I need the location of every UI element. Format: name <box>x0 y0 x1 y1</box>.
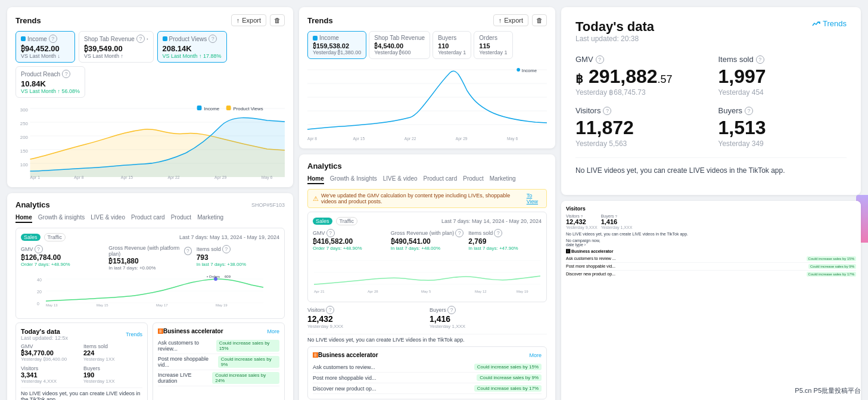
svg-text:May 19: May 19 <box>517 290 528 293</box>
metric-shop-tab[interactable]: Shop Tab Revenue ? › ₿39,549.00 VS Last … <box>79 31 154 63</box>
todays-visitors-value: 11,872 <box>575 117 704 138</box>
trends-title-middle: Trends <box>307 16 333 25</box>
nav-tab-product-middle[interactable]: Product <box>463 175 483 184</box>
buyers-mid-info[interactable]: ? <box>447 306 456 314</box>
accelerator-more-middle[interactable]: More <box>529 352 542 358</box>
items-mid-info[interactable]: ? <box>494 229 502 237</box>
income-info-icon[interactable]: ? <box>49 35 57 43</box>
delete-button-middle[interactable]: 🗑 <box>532 14 547 26</box>
alert-link-middle[interactable]: To View <box>527 193 542 204</box>
nav-tab-live-middle[interactable]: LIVE & video <box>383 175 418 184</box>
svg-text:609: 609 <box>225 275 231 278</box>
nav-tab-product-left[interactable]: Product <box>171 214 191 223</box>
todays-items-yesterday: Yesterday 454 <box>718 88 847 97</box>
metric-gross-middle: Gross Revenue (with plan)? ₿490,541.00 I… <box>391 229 464 251</box>
buyers-info-icon[interactable]: ? <box>745 107 753 115</box>
date-range-left: Last 7 days: May 13, 2024 - May 19, 2024 <box>179 234 279 240</box>
todays-data-subtitle: Last updated: 20:38 <box>575 35 654 43</box>
todays-buyers-block: Buyers ? 1,513 Yesterday 349 <box>718 106 847 148</box>
analytics-id-left: SHOP#5F103 <box>251 202 285 208</box>
metric-items-left: Items sold? 793 In last 7 days: +38.00% <box>197 245 279 271</box>
svg-text:250: 250 <box>20 121 29 126</box>
svg-text:Apr 15: Apr 15 <box>121 175 133 180</box>
trends-title-left: Trends <box>15 16 41 25</box>
svg-text:May 5: May 5 <box>421 290 431 293</box>
svg-text:Product Views: Product Views <box>234 106 263 111</box>
accel-item-1-middle: Post more shoppable vid... Could increas… <box>313 373 542 383</box>
todays-items-block: Items sold ? 1,997 Yesterday 454 <box>718 55 847 97</box>
svg-text:May 17: May 17 <box>156 303 168 307</box>
shop-tab-info-icon[interactable]: ? <box>136 35 145 43</box>
metric-income[interactable]: Income ? ₿94,452.00 VS Last Month ↓ <box>15 31 75 63</box>
gross-mid-info[interactable]: ? <box>455 229 463 237</box>
accelerator-left: 🅱 Business accelerator More Ask customer… <box>153 323 285 400</box>
live-notice-main: No LIVE videos yet, you can create LIVE … <box>575 157 847 183</box>
todays-visitors-block: Visitors ? 11,872 Yesterday 5,563 <box>575 106 704 148</box>
svg-text:0: 0 <box>37 302 39 306</box>
svg-text:Apr 28: Apr 28 <box>368 290 378 293</box>
todays-trends-link[interactable]: Trends <box>812 19 847 28</box>
items-sold-info-icon[interactable]: ? <box>756 55 764 64</box>
export-button-middle[interactable]: ↑ Export <box>493 14 528 26</box>
nav-tab-marketing-middle[interactable]: Marketing <box>490 175 516 184</box>
gmv-left-info[interactable]: ? <box>35 245 43 253</box>
analytics-nav-left: Home Growth & insights LIVE & video Prod… <box>15 214 285 223</box>
nav-tab-home-middle[interactable]: Home <box>307 175 324 184</box>
svg-text:40: 40 <box>37 278 42 282</box>
delete-button-left[interactable]: 🗑 <box>270 14 285 26</box>
nav-tab-pc-middle[interactable]: Product card <box>424 175 458 184</box>
nav-tab-home-left[interactable]: Home <box>15 214 32 223</box>
nav-tab-product-card-left[interactable]: Product card <box>131 214 165 223</box>
svg-text:May 19: May 19 <box>216 303 228 307</box>
metric-product-reach[interactable]: Product Reach ? 10.84K VS Last Month ↑ 5… <box>15 66 85 98</box>
business-section-left: Sales Traffic Last 7 days: May 13, 2024 … <box>15 228 285 319</box>
todays-trends-link-left[interactable]: Trends <box>126 331 142 337</box>
accel-item-0-middle: Ask customers to review... Could increas… <box>313 362 542 373</box>
trends-card-left: Trends ↑ Export 🗑 Income ? ₿94,45 <box>7 7 293 187</box>
views-info-icon[interactable]: ? <box>209 35 217 43</box>
svg-text:May 13: May 13 <box>46 303 58 307</box>
trends-card-middle: Trends ↑ Export 🗑 Income ₿159,538.02 <box>299 7 555 148</box>
metric-product-views[interactable]: Product Views ? 208.14K VS Last Month ↑ … <box>157 31 227 63</box>
todays-visitors-yesterday: Yesterday 5,563 <box>575 139 704 148</box>
metric-income-middle[interactable]: Income ₿159,538.02 Yesterday ₿1,380.00 <box>307 31 366 59</box>
svg-text:Apr 22: Apr 22 <box>405 137 416 141</box>
items-left-info[interactable]: ? <box>222 245 231 253</box>
svg-text:Apr 22: Apr 22 <box>167 175 179 180</box>
nav-tab-growth-middle[interactable]: Growth & Insights <box>330 175 377 184</box>
metric-gmv-middle: GMV? ₿416,582.00 Order 7 days: +48.90% <box>313 229 386 251</box>
todays-buyers-value: 1,513 <box>718 117 847 138</box>
live-notice-left: No LIVE videos yet, you can create LIVE … <box>21 387 142 400</box>
nav-tab-live-left[interactable]: LIVE & video <box>91 214 125 223</box>
metric-buyers-middle[interactable]: Buyers 110 Yesterday 1 <box>433 31 471 59</box>
svg-text:20: 20 <box>37 290 42 294</box>
nav-tab-marketing-left[interactable]: Marketing <box>197 214 223 223</box>
accel-item-0-left: Ask customers to review... Could increas… <box>158 338 279 354</box>
gmv-info-icon[interactable]: ? <box>596 55 604 64</box>
accelerator-more-left[interactable]: More <box>267 328 279 334</box>
gross-left-info[interactable]: ? <box>184 247 192 255</box>
metric-shop-middle[interactable]: Shop Tab Revenue ₿4,540.00 Yesterday ₿60… <box>369 31 430 59</box>
dot-teal-views <box>163 36 167 41</box>
badge-traffic-middle: Traffic <box>336 217 358 225</box>
svg-text:Apr 8: Apr 8 <box>74 175 84 180</box>
nav-tab-growth-left[interactable]: Growth & insights <box>38 214 85 223</box>
todays-gmv-left: GMV ₿34,770.00 Yesterday ₿36,400.00 <box>21 343 80 362</box>
badge-traffic-left: Traffic <box>44 233 66 241</box>
live-notice-middle: No LIVE videos yet, you can create LIVE … <box>307 334 547 343</box>
export-button-left[interactable]: ↑ Export <box>231 14 266 26</box>
svg-text:Apr 29: Apr 29 <box>214 175 226 180</box>
visitors-info-icon[interactable]: ? <box>603 107 611 115</box>
svg-rect-10 <box>197 106 202 110</box>
gmv-mid-info[interactable]: ? <box>326 229 335 237</box>
todays-data-title: Today's data <box>575 19 654 35</box>
visitors-mid-info[interactable]: ? <box>326 306 334 314</box>
svg-text:May 15: May 15 <box>97 303 108 307</box>
todays-metrics-grid: GMV ? ฿ 291,882.57 Yesterday ฿68,745.73 … <box>575 55 847 148</box>
metric-orders-middle[interactable]: Orders 115 Yesterday 1 <box>474 31 512 59</box>
export-icon-middle: ↑ <box>499 17 502 24</box>
svg-point-38 <box>517 68 520 72</box>
analytics-title-middle: Analytics <box>307 162 342 170</box>
reach-info-icon[interactable]: ? <box>62 70 70 78</box>
business-section-middle: Sales Traffic Last 7 days: May 14, 2024 … <box>307 212 547 302</box>
